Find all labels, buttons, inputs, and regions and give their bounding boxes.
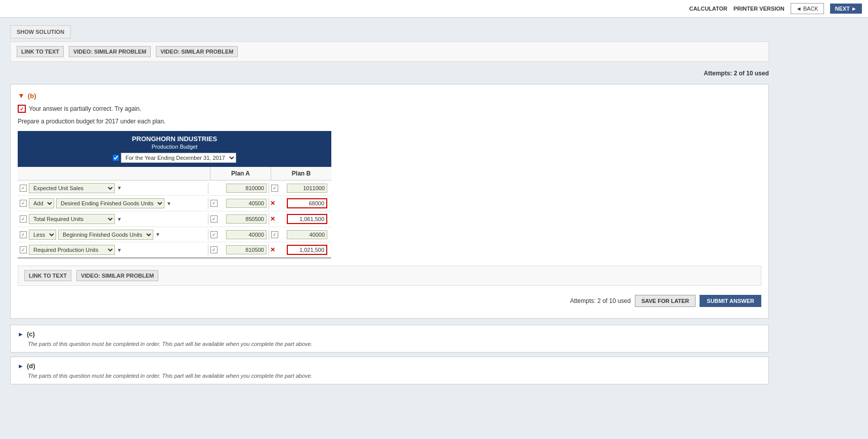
period-select[interactable]: For the Year Ending December 31, 2017 [121,153,236,163]
budget-header: PRONGHORN INDUSTRIES Production Budget F… [18,131,331,167]
partial-notice: ✓ Your answer is partially correct. Try … [18,105,761,113]
row-left: ✓ Less Beginning Finished Goods Units ▼ [20,230,208,240]
col-headers: Plan A Plan B [18,167,331,181]
plan-a-input-4[interactable] [226,245,267,254]
check-b-val-3: ✓ [271,231,278,238]
section-c-header: ► (c) [18,330,761,338]
attempts-bottom: Attempts: 2 of 10 used [570,297,631,304]
plan-a-input-1[interactable] [226,199,267,208]
check-a-1: ✓ [20,200,27,207]
plan-b-value-2: ✕ [269,213,329,225]
check-b-0: ✓ [271,185,278,192]
table-row: ✓ Add Desired Ending Finished Goods Unit… [18,196,331,211]
plan-a-input-3[interactable] [226,230,267,239]
plan-a-input-2[interactable] [226,214,267,224]
row-arrow-3: ▼ [155,232,160,237]
error-x-1b: ✕ [270,200,275,207]
row-label-select-0[interactable]: Expected Unit Sales [29,183,115,193]
link-to-text-top[interactable]: LINK TO TEXT [17,46,64,57]
link-to-text-bottom[interactable]: LINK TO TEXT [24,270,71,281]
section-b-header: ▼ (b) [18,92,761,100]
row-left: ✓ Required Production Units ▼ [20,245,208,255]
section-b-title: (b) [28,92,36,100]
section-d-expand-icon[interactable]: ► [18,363,24,370]
top-links-bar: LINK TO TEXT VIDEO: SIMILAR PROBLEM VIDE… [10,41,769,62]
partial-check-icon: ✓ [18,105,26,113]
back-button[interactable]: ◄ BACK [791,3,824,14]
section-c: ► (c) The parts of this question must be… [10,325,769,353]
row-left: ✓ Total Required Units ▼ [20,214,208,224]
row-left: ✓ Expected Unit Sales ▼ [20,183,208,193]
section-d-title: (d) [27,362,35,370]
printer-version-link[interactable]: PRINTER VERSION [733,6,785,12]
section-c-title: (c) [27,330,35,338]
row-label-select-2[interactable]: Total Required Units [29,214,115,224]
row-label-select-3[interactable]: Beginning Finished Goods Units [58,230,153,240]
plan-a-value-2: ✓ [208,213,269,225]
plan-a-value-1: ✓ [208,198,269,209]
plan-b-input-0[interactable] [287,184,327,193]
top-bar: CALCULATOR PRINTER VERSION ◄ BACK NEXT ► [0,0,868,18]
plan-a-value-0 [208,183,269,194]
prefix-select-1[interactable]: Add [29,198,54,208]
plan-a-value-3: ✓ [208,229,269,240]
calculator-link[interactable]: CALCULATOR [689,6,727,12]
plan-a-value-4: ✓ [208,244,269,255]
plan-a-input-0[interactable] [226,184,267,193]
error-x-2b: ✕ [270,215,275,223]
next-button[interactable]: NEXT ► [830,4,862,14]
check-a-4: ✓ [20,246,27,253]
row-left: ✓ Add Desired Ending Finished Goods Unit… [20,198,208,208]
plan-b-input-2[interactable] [287,214,327,224]
check-a-val-3: ✓ [210,231,218,238]
section-d: ► (d) The parts of this question must be… [10,357,769,384]
plan-b-input-1[interactable] [287,198,327,208]
row-arrow-0: ▼ [117,185,122,191]
plan-b-value-1: ✕ [269,197,329,209]
period-check[interactable] [113,155,119,161]
plan-b-value-3: ✓ [269,229,329,240]
video-similar-problem-1-top[interactable]: VIDEO: SIMILAR PROBLEM [69,46,151,57]
video-similar-problem-2-top[interactable]: VIDEO: SIMILAR PROBLEM [156,46,238,57]
plan-b-value-4: ✕ [269,244,329,256]
col-plan-b-header: Plan B [271,167,331,180]
section-c-expand-icon[interactable]: ► [18,331,24,338]
table-row: ✓ Expected Unit Sales ▼ ✓ [18,181,331,196]
section-b: ▼ (b) ✓ Your answer is partially correct… [10,84,769,319]
plan-b-value-0: ✓ [269,183,329,194]
section-c-note: The parts of this question must be compl… [28,341,761,347]
check-a-2: ✓ [20,215,27,223]
budget-wrapper: PRONGHORN INDUSTRIES Production Budget F… [18,131,761,258]
company-name: PRONGHORN INDUSTRIES [22,135,327,143]
plan-b-input-3[interactable] [287,230,327,239]
show-solution-button[interactable]: SHOW SOLUTION [10,25,71,38]
col-plan-a-header: Plan A [210,167,271,180]
row-label-select-4[interactable]: Required Production Units [29,245,115,255]
row-arrow-2: ▼ [117,216,122,222]
check-a-val-1: ✓ [210,200,218,207]
bottom-links-bar: LINK TO TEXT VIDEO: SIMILAR PROBLEM [18,266,761,286]
action-bar: Attempts: 2 of 10 used SAVE FOR LATER SU… [18,291,761,311]
check-a-val-4: ✓ [210,246,218,253]
video-similar-problem-bottom[interactable]: VIDEO: SIMILAR PROBLEM [76,270,158,281]
table-row: ✓ Less Beginning Finished Goods Units ▼ … [18,227,331,242]
row-arrow-1: ▼ [166,201,171,206]
error-x-4b: ✕ [270,246,275,253]
instruction-text: Prepare a production budget for 2017 und… [18,118,761,125]
save-for-later-button[interactable]: SAVE FOR LATER [635,295,696,307]
check-a-0: ✓ [20,185,27,192]
table-row: ✓ Total Required Units ▼ ✓ ✕ [18,211,331,227]
check-a-val-2: ✓ [210,215,218,223]
section-d-note: The parts of this question must be compl… [28,373,761,379]
submit-answer-button[interactable]: SUBMIT ANSWER [700,295,761,307]
budget-type: Production Budget [22,144,327,150]
table-row: ✓ Required Production Units ▼ ✓ ✕ [18,242,331,258]
row-label-select-1[interactable]: Desired Ending Finished Goods Units [56,198,164,208]
main-content: SHOW SOLUTION LINK TO TEXT VIDEO: SIMILA… [0,20,779,393]
row-arrow-4: ▼ [117,247,122,253]
plan-b-input-4[interactable] [287,245,327,255]
section-b-collapse-icon[interactable]: ▼ [18,92,25,100]
attempts-top: Attempts: 2 of 10 used [10,67,769,80]
check-a-3: ✓ [20,231,27,238]
prefix-select-3[interactable]: Less [29,230,56,240]
